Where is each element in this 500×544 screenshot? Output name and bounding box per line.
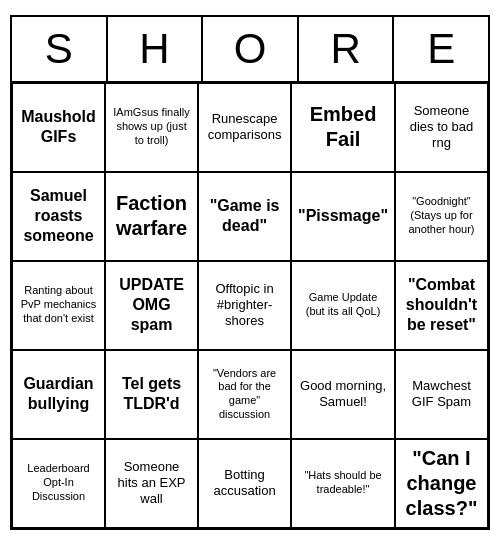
- bingo-cell-2[interactable]: Runescape comparisons: [198, 83, 291, 172]
- bingo-grid: Maushold GIFsIAmGsus finally shows up (j…: [12, 83, 488, 528]
- bingo-cell-10[interactable]: Ranting about PvP mechanics that don't e…: [12, 261, 105, 350]
- bingo-cell-8[interactable]: "Pissmage": [291, 172, 395, 261]
- bingo-cell-23[interactable]: "Hats should be tradeable!": [291, 439, 395, 528]
- bingo-cell-22[interactable]: Botting accusation: [198, 439, 291, 528]
- bingo-cell-9[interactable]: "Goodnight" (Stays up for another hour): [395, 172, 488, 261]
- bingo-cell-14[interactable]: "Combat shouldn't be reset": [395, 261, 488, 350]
- bingo-cell-19[interactable]: Mawchest GIF Spam: [395, 350, 488, 439]
- header-letter-r: R: [299, 17, 395, 81]
- bingo-cell-6[interactable]: Faction warfare: [105, 172, 198, 261]
- header-letter-h: H: [108, 17, 204, 81]
- bingo-cell-13[interactable]: Game Update (but its all QoL): [291, 261, 395, 350]
- bingo-cell-18[interactable]: Good morning, Samuel!: [291, 350, 395, 439]
- bingo-cell-1[interactable]: IAmGsus finally shows up (just to troll): [105, 83, 198, 172]
- bingo-cell-11[interactable]: UPDATE OMG spam: [105, 261, 198, 350]
- bingo-cell-21[interactable]: Someone hits an EXP wall: [105, 439, 198, 528]
- bingo-cell-12[interactable]: Offtopic in #brighter-shores: [198, 261, 291, 350]
- bingo-cell-17[interactable]: "Vendors are bad for the game" discussio…: [198, 350, 291, 439]
- header-letter-s: S: [12, 17, 108, 81]
- bingo-cell-3[interactable]: Embed Fail: [291, 83, 395, 172]
- bingo-header: SHORE: [12, 17, 488, 83]
- bingo-cell-7[interactable]: "Game is dead": [198, 172, 291, 261]
- bingo-cell-20[interactable]: Leaderboard Opt-In Discussion: [12, 439, 105, 528]
- bingo-cell-5[interactable]: Samuel roasts someone: [12, 172, 105, 261]
- bingo-cell-15[interactable]: Guardian bullying: [12, 350, 105, 439]
- bingo-cell-4[interactable]: Someone dies to bad rng: [395, 83, 488, 172]
- bingo-card: SHORE Maushold GIFsIAmGsus finally shows…: [10, 15, 490, 530]
- header-letter-e: E: [394, 17, 488, 81]
- bingo-cell-0[interactable]: Maushold GIFs: [12, 83, 105, 172]
- bingo-cell-16[interactable]: Tel gets TLDR'd: [105, 350, 198, 439]
- bingo-cell-24[interactable]: "Can I change class?": [395, 439, 488, 528]
- header-letter-o: O: [203, 17, 299, 81]
